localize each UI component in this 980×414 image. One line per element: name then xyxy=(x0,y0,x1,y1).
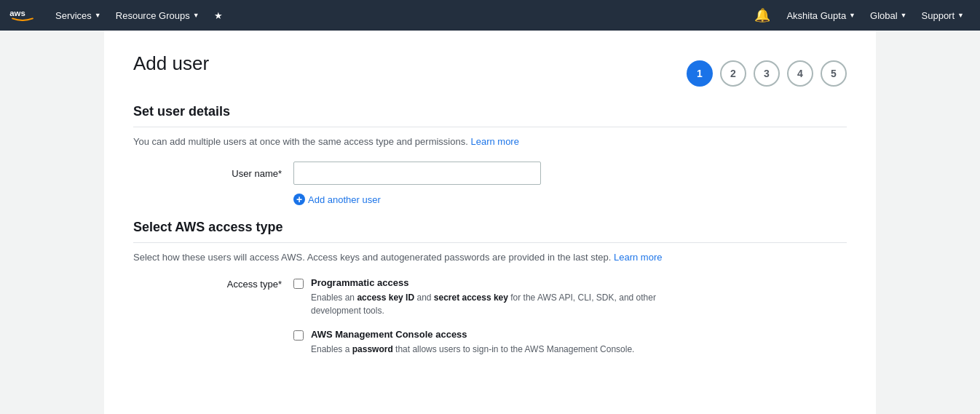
console-access-checkbox[interactable] xyxy=(293,330,304,341)
add-another-user-row: + Add another user xyxy=(293,194,847,205)
user-menu[interactable]: Akshita Gupta ▼ xyxy=(779,0,863,31)
nav-right: 🔔 Akshita Gupta ▼ Global ▼ Support ▼ xyxy=(746,0,971,31)
user-chevron-icon: ▼ xyxy=(849,12,855,19)
add-user-plus-icon: + xyxy=(293,194,305,205)
global-menu[interactable]: Global ▼ xyxy=(863,0,914,31)
username-label: User name* xyxy=(133,168,293,179)
support-chevron-icon: ▼ xyxy=(957,12,964,19)
step-2[interactable]: 2 xyxy=(720,60,746,87)
access-options: Programmatic access Enables an access ke… xyxy=(293,277,689,367)
resource-groups-menu[interactable]: Resource Groups ▼ xyxy=(108,0,207,31)
add-another-user-link[interactable]: + Add another user xyxy=(293,194,381,205)
programmatic-access-text: Programmatic access Enables an access ke… xyxy=(311,277,689,317)
bookmarks-icon[interactable]: ★ xyxy=(207,0,230,31)
username-row: User name* xyxy=(133,162,847,185)
global-chevron-icon: ▼ xyxy=(901,12,907,19)
access-type-row: Access type* Programmatic access Enables… xyxy=(133,277,847,367)
services-menu[interactable]: Services ▼ xyxy=(48,0,108,31)
step-indicator: 1 2 3 4 5 xyxy=(687,60,847,87)
programmatic-access-desc: Enables an access key ID and secret acce… xyxy=(311,291,689,317)
console-access-desc: Enables a password that allows users to … xyxy=(311,343,634,356)
step-5[interactable]: 5 xyxy=(821,60,847,87)
aws-logo[interactable]: aws xyxy=(9,5,36,25)
step-3[interactable]: 3 xyxy=(754,60,780,87)
support-menu[interactable]: Support ▼ xyxy=(914,0,971,31)
step-1[interactable]: 1 xyxy=(687,60,713,87)
navbar: aws Services ▼ Resource Groups ▼ ★ 🔔 Aks… xyxy=(0,0,980,31)
programmatic-access-title: Programmatic access xyxy=(311,277,689,288)
main-content: Add user 1 2 3 4 5 Set user details You … xyxy=(104,31,876,414)
programmatic-access-option: Programmatic access Enables an access ke… xyxy=(293,277,689,317)
title-row: Add user 1 2 3 4 5 xyxy=(133,52,847,89)
set-user-details-learn-more-link[interactable]: Learn more xyxy=(470,136,518,147)
notifications-bell-icon[interactable]: 🔔 xyxy=(746,0,779,31)
console-access-title: AWS Management Console access xyxy=(311,329,634,340)
set-user-details-desc: You can add multiple users at once with … xyxy=(133,136,847,147)
resource-groups-chevron-icon: ▼ xyxy=(193,12,199,19)
programmatic-access-checkbox[interactable] xyxy=(293,279,304,289)
username-input[interactable] xyxy=(293,162,541,185)
access-type-learn-more-link[interactable]: Learn more xyxy=(614,252,662,263)
set-user-details-heading: Set user details xyxy=(133,104,847,127)
services-chevron-icon: ▼ xyxy=(95,12,101,19)
console-access-option: AWS Management Console access Enables a … xyxy=(293,329,689,356)
svg-text:aws: aws xyxy=(9,9,25,17)
access-type-desc: Select how these users will access AWS. … xyxy=(133,252,847,263)
access-type-heading: Select AWS access type xyxy=(133,220,847,243)
access-type-label: Access type* xyxy=(133,277,293,290)
step-4[interactable]: 4 xyxy=(787,60,813,87)
console-access-text: AWS Management Console access Enables a … xyxy=(311,329,634,356)
